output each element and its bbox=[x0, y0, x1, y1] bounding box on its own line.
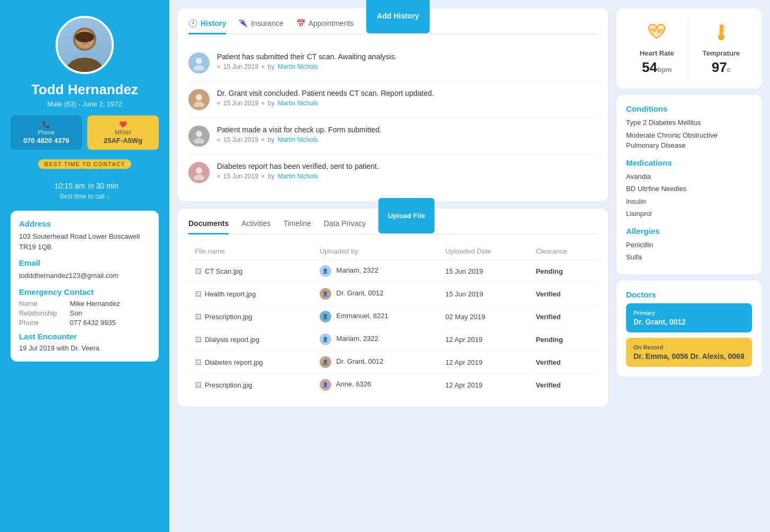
doctor-onrecord-role: On Record bbox=[633, 344, 745, 350]
allergy-item-2: Sulfa bbox=[626, 252, 752, 263]
heart-rate-vital: Heart Rate 54bpm bbox=[625, 17, 689, 80]
emergency-phone-row: Phone 077 6432 9935 bbox=[19, 319, 150, 327]
table-row: 🖼Dialysis report.jpg 👤 Mariam, 2322 12 A… bbox=[188, 328, 597, 351]
doctor-primary-name: Dr. Grant, 0012 bbox=[633, 318, 745, 326]
mrn-value: 25AF-A5Wg bbox=[104, 137, 142, 145]
file-icon: 🖼 bbox=[195, 358, 202, 366]
heart-contact-icon: ❤️ bbox=[119, 121, 127, 128]
svg-point-3 bbox=[75, 32, 94, 42]
file-uploader-cell: 👤 Dr. Grant, 0012 bbox=[313, 283, 439, 305]
patient-name: Todd Hernandez bbox=[31, 82, 138, 98]
file-clearance-cell: Verified bbox=[529, 283, 597, 305]
svg-point-5 bbox=[87, 38, 90, 41]
history-author[interactable]: Martin Nichols bbox=[278, 63, 318, 70]
history-date: 15 Jun 2019 bbox=[223, 173, 258, 180]
temperature-label: Temprature bbox=[702, 49, 740, 57]
doctor-onrecord-name: Dr. Emma, 0056 Dr. Alexis, 0069 bbox=[633, 352, 745, 360]
file-table-body: 🖼CT Scan.jpg 👤 Mariam, 2322 15 Jun 2019 … bbox=[188, 260, 597, 396]
doc-tab-privacy[interactable]: Data Privacy bbox=[324, 219, 366, 235]
history-content: Dr. Grant visit concluded. Patient needs… bbox=[217, 89, 597, 107]
svg-point-13 bbox=[194, 175, 204, 180]
file-table: File name Uploaded by Uploaded Date Clea… bbox=[188, 243, 597, 396]
col-filename: File name bbox=[188, 243, 313, 260]
file-clearance-cell: Verified bbox=[529, 374, 597, 396]
doctor-primary-role: Primary bbox=[633, 310, 745, 316]
history-text: Dr. Grant visit concluded. Patient needs… bbox=[217, 89, 597, 97]
history-by: by bbox=[268, 173, 275, 180]
right-panel: Heart Rate 54bpm Temprature 97c bbox=[617, 0, 770, 532]
add-history-button[interactable]: Add History bbox=[366, 0, 429, 33]
contact-row: 📞 Phone 070 4820 4376 ❤️ MRN# 25AF-A5Wg bbox=[11, 115, 159, 150]
doctor-onrecord[interactable]: On Record Dr. Emma, 0056 Dr. Alexis, 006… bbox=[626, 338, 752, 367]
svg-point-8 bbox=[196, 94, 202, 101]
medication-item-3: Insulin bbox=[626, 196, 752, 207]
table-row: 🖼Prescription.jpg 👤 Emmanuel, 8221 02 Ma… bbox=[188, 305, 597, 328]
doctors-card: Doctors Primary Dr. Grant, 0012 On Recor… bbox=[617, 281, 762, 376]
doc-tabs: Documents Activities Timeline Data Priva… bbox=[188, 219, 597, 235]
history-content: Patient made a visit for check up. Form … bbox=[217, 125, 597, 143]
doctor-primary[interactable]: Primary Dr. Grant, 0012 bbox=[626, 303, 752, 332]
emergency-rel-value: Son bbox=[70, 309, 82, 317]
history-author[interactable]: Martin Nichols bbox=[278, 136, 318, 143]
main-content: 🕐 History 🌂 Insurance 📅 Appointments Add… bbox=[169, 0, 617, 532]
phone-button[interactable]: 📞 Phone 070 4820 4376 bbox=[11, 115, 82, 150]
file-date-cell: 12 Apr 2019 bbox=[439, 328, 530, 351]
history-meta: 15 Jun 2019 by Martin Nichols bbox=[217, 136, 597, 143]
address-text: 103 Souterhead Road Lower BoscawellTR19 … bbox=[19, 231, 150, 252]
history-item: Patient has submitted their CT scan. Awa… bbox=[188, 45, 597, 82]
allergies-group: Allergies Penicillin Sulfa bbox=[626, 227, 752, 263]
heart-rate-value: 54bpm bbox=[642, 59, 672, 76]
file-icon: 🖼 bbox=[195, 381, 202, 389]
file-uploader-cell: 👤 Mariam, 2322 bbox=[313, 260, 439, 283]
upload-file-button[interactable]: Upload File bbox=[378, 198, 434, 233]
doc-tab-timeline[interactable]: Timeline bbox=[283, 219, 311, 235]
conditions-group: Conditions Type 2 Diabetes Mellitus Mode… bbox=[626, 104, 752, 151]
col-uploadeddate: Uploaded Date bbox=[439, 243, 530, 260]
doc-tab-documents[interactable]: Documents bbox=[188, 219, 229, 235]
history-list: Patient has submitted their CT scan. Awa… bbox=[188, 45, 597, 191]
insurance-tab-icon: 🌂 bbox=[239, 19, 248, 28]
file-clearance-cell: Verified bbox=[529, 305, 597, 328]
history-by: by bbox=[268, 136, 275, 143]
file-date-cell: 15 Jun 2019 bbox=[439, 260, 530, 283]
history-tab-icon: 🕐 bbox=[188, 19, 197, 28]
history-author[interactable]: Martin Nichols bbox=[278, 173, 318, 180]
table-row: 🖼Prescription.jpg 👤 Anne, 6326 12 Apr 20… bbox=[188, 374, 597, 396]
svg-point-15 bbox=[718, 34, 724, 40]
history-item: Diabetes report has been verified, sent … bbox=[188, 155, 597, 191]
svg-point-12 bbox=[196, 167, 202, 174]
dot-icon bbox=[217, 138, 220, 141]
sidebar: Todd Hernandez Male (63) - June 2, 1972 … bbox=[0, 0, 169, 532]
history-avatar bbox=[188, 89, 210, 110]
history-date: 15 Jun 2019 bbox=[223, 63, 258, 70]
address-title: Address bbox=[19, 219, 150, 228]
file-date-cell: 12 Apr 2019 bbox=[439, 351, 530, 374]
svg-point-11 bbox=[194, 138, 204, 143]
history-item: Dr. Grant visit concluded. Patient needs… bbox=[188, 82, 597, 118]
emergency-title: Emergency Contact bbox=[19, 287, 150, 296]
dot-icon bbox=[261, 102, 265, 105]
tab-appointments[interactable]: 📅 Appointments bbox=[296, 19, 354, 34]
history-item: Patient made a visit for check up. Form … bbox=[188, 118, 597, 155]
tab-history[interactable]: 🕐 History bbox=[188, 19, 226, 34]
file-clearance-cell: Pending bbox=[529, 328, 597, 351]
history-author[interactable]: Martin Nichols bbox=[278, 100, 318, 107]
emergency-phone-label: Phone bbox=[19, 319, 67, 327]
file-icon: 🖼 bbox=[195, 267, 202, 275]
mrn-button[interactable]: ❤️ MRN# 25AF-A5Wg bbox=[87, 115, 159, 150]
mrn-label: MRN# bbox=[115, 129, 131, 136]
doc-tab-activities[interactable]: Activities bbox=[241, 219, 270, 235]
history-content: Diabetes report has been verified, sent … bbox=[217, 162, 597, 180]
file-clearance-cell: Verified bbox=[529, 351, 597, 374]
dot-icon bbox=[261, 175, 265, 178]
history-panel: 🕐 History 🌂 Insurance 📅 Appointments Add… bbox=[178, 8, 608, 201]
history-text: Patient made a visit for check up. Form … bbox=[217, 125, 597, 134]
file-icon: 🖼 bbox=[195, 290, 202, 298]
best-time-sub[interactable]: Best time to call ↓ bbox=[60, 193, 110, 200]
medication-item-4: Lisinprol bbox=[626, 209, 752, 219]
avatar bbox=[56, 16, 114, 74]
condition-item-2: Moderate Chronic Obstructive Pulmonary D… bbox=[626, 130, 752, 151]
emergency-rel-row: Relationship Son bbox=[19, 309, 150, 317]
history-by: by bbox=[268, 100, 275, 107]
tab-insurance[interactable]: 🌂 Insurance bbox=[239, 19, 283, 34]
